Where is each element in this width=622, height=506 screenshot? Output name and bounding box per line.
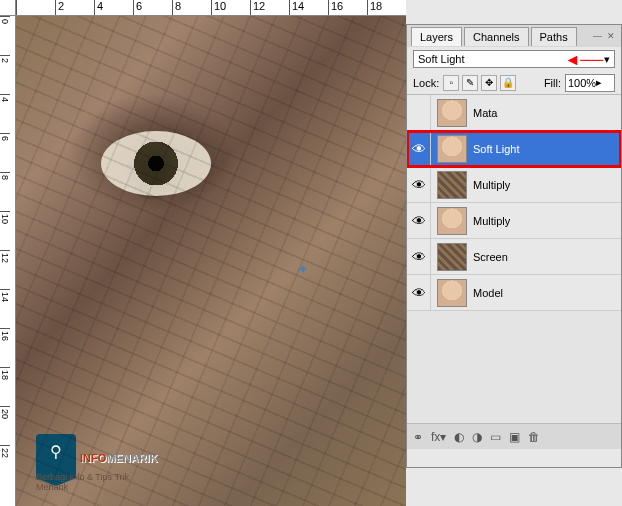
ruler-tick: 0	[0, 16, 10, 55]
panel-footer: ⚭fx▾◐◑▭▣🗑	[407, 423, 621, 449]
fill-label: Fill:	[544, 77, 561, 89]
ruler-origin[interactable]	[0, 0, 16, 16]
chevron-right-icon: ▸	[596, 76, 602, 89]
blend-mode-value: Soft Light	[418, 53, 464, 65]
layer-name-label[interactable]: Multiply	[473, 179, 621, 191]
ruler-tick: 14	[289, 0, 328, 15]
ruler-tick: 6	[0, 133, 10, 172]
layers-list[interactable]: Mata👁Soft Light👁Multiply👁Multiply👁Screen…	[407, 95, 621, 423]
image-eye-region	[101, 131, 211, 196]
tab-paths[interactable]: Paths	[531, 27, 577, 46]
layer-row[interactable]: 👁Screen	[407, 239, 621, 275]
panel-tab-bar: LayersChannelsPaths — ✕	[407, 25, 621, 47]
group-icon[interactable]: ▭	[490, 430, 501, 444]
close-panel-icon[interactable]: ✕	[607, 31, 617, 41]
minimize-panel-icon[interactable]: —	[593, 31, 603, 41]
mask-icon[interactable]: ◐	[454, 430, 464, 444]
lock-all-icon[interactable]: 🔒	[500, 75, 516, 91]
lock-pixels-icon[interactable]: ✎	[462, 75, 478, 91]
canvas-area: 24681012141618 0246810121416182022 ✦ INF…	[0, 0, 406, 506]
ruler-tick: 14	[0, 289, 10, 328]
lock-transparent-icon[interactable]: ▫	[443, 75, 459, 91]
lock-label: Lock:	[413, 77, 439, 89]
layer-row[interactable]: 👁Multiply	[407, 167, 621, 203]
annotation-arrow-icon: ◄──	[564, 51, 603, 69]
visibility-toggle-icon[interactable]: 👁	[407, 239, 431, 275]
watermark-tagline: Berbagi Info & Tips Trik Menarik	[36, 472, 158, 492]
visibility-toggle-icon[interactable]: 👁	[407, 167, 431, 203]
layer-name-label[interactable]: Model	[473, 287, 621, 299]
ruler-horizontal: 24681012141618	[16, 0, 406, 16]
ruler-tick: 2	[0, 55, 10, 94]
adjustment-icon[interactable]: ◑	[472, 430, 482, 444]
chevron-down-icon: ▾	[604, 53, 610, 66]
layer-thumbnail[interactable]	[437, 171, 467, 199]
watermark-brand-a: INFO	[80, 452, 106, 464]
layer-name-label[interactable]: Screen	[473, 251, 621, 263]
visibility-toggle-icon[interactable]: 👁	[407, 131, 431, 167]
trash-icon[interactable]: 🗑	[528, 430, 540, 444]
new-layer-icon[interactable]: ▣	[509, 430, 520, 444]
ruler-tick: 4	[94, 0, 133, 15]
tab-channels[interactable]: Channels	[464, 27, 528, 46]
ruler-tick: 20	[0, 406, 10, 445]
document-canvas[interactable]: ✦ INFOMENARIK Berbagi Info & Tips Trik M…	[16, 16, 406, 506]
ruler-tick: 10	[0, 211, 10, 250]
layer-row[interactable]: 👁Multiply	[407, 203, 621, 239]
lock-position-icon[interactable]: ✥	[481, 75, 497, 91]
layer-thumbnail[interactable]	[437, 135, 467, 163]
watermark: INFOMENARIK Berbagi Info & Tips Trik Men…	[36, 434, 158, 478]
ruler-vertical: 0246810121416182022	[0, 16, 16, 506]
fx-icon[interactable]: fx▾	[431, 430, 446, 444]
fill-input[interactable]: 100%▸	[565, 74, 615, 92]
layer-row[interactable]: Mata	[407, 95, 621, 131]
ruler-tick: 22	[0, 445, 10, 484]
tab-layers[interactable]: Layers	[411, 27, 462, 46]
layer-row[interactable]: 👁Soft Light	[407, 131, 621, 167]
ruler-tick: 18	[0, 367, 10, 406]
layer-name-label[interactable]: Soft Light	[473, 143, 621, 155]
layer-thumbnail[interactable]	[437, 243, 467, 271]
ruler-tick: 12	[0, 250, 10, 289]
layer-thumbnail[interactable]	[437, 99, 467, 127]
ruler-tick: 10	[211, 0, 250, 15]
ruler-tick: 8	[0, 172, 10, 211]
ruler-tick: 16	[328, 0, 367, 15]
crosshair-cursor: ✦	[297, 261, 309, 277]
layer-name-label[interactable]: Mata	[473, 107, 621, 119]
ruler-tick: 18	[367, 0, 406, 15]
ruler-tick: 16	[0, 328, 10, 367]
visibility-toggle-icon[interactable]	[407, 95, 431, 131]
ruler-tick	[16, 0, 55, 15]
layers-panel: LayersChannelsPaths — ✕ Soft Light ▾ ◄──…	[406, 24, 622, 468]
layer-name-label[interactable]: Multiply	[473, 215, 621, 227]
layer-thumbnail[interactable]	[437, 207, 467, 235]
ruler-tick: 4	[0, 94, 10, 133]
watermark-badge-icon	[36, 434, 76, 478]
visibility-toggle-icon[interactable]: 👁	[407, 203, 431, 239]
ruler-tick: 8	[172, 0, 211, 15]
ruler-tick: 12	[250, 0, 289, 15]
layer-row[interactable]: 👁Model	[407, 275, 621, 311]
ruler-tick: 2	[55, 0, 94, 15]
visibility-toggle-icon[interactable]: 👁	[407, 275, 431, 311]
layer-thumbnail[interactable]	[437, 279, 467, 307]
watermark-brand-b: MENARIK	[106, 452, 157, 464]
ruler-tick: 6	[133, 0, 172, 15]
link-icon[interactable]: ⚭	[413, 430, 423, 444]
